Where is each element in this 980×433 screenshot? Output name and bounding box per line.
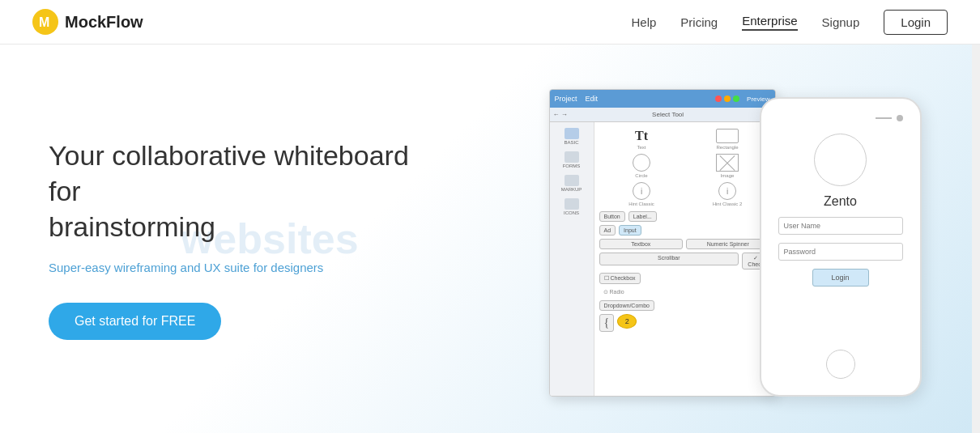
button-row-7: Dropdown/Combo [599,300,770,311]
phone-app-name: Zento [824,194,857,209]
input-element[interactable]: Input [619,225,641,236]
phone-home-button[interactable] [826,350,855,379]
text-element[interactable]: Tt Text [601,129,683,150]
app-body: BASIC FORMS MARKUP ICONS [550,122,775,396]
label2-element[interactable]: 2 [617,314,637,329]
forms-icon [565,151,579,163]
nav-help[interactable]: Help [631,15,656,29]
min-dot [724,96,731,102]
app-window: Project Edit Preview ← → Select Tool ▾ [549,89,776,397]
ad-element[interactable]: Ad [599,225,616,236]
panel-buttons: Button Label... Ad Input Textbox Numeric… [599,211,770,332]
checkbox-element[interactable]: ☐ Checkbox [599,273,641,284]
toolbar-arrows: ← → [553,111,568,118]
logo-icon: M [32,9,58,35]
close-dot [715,96,722,102]
button-row-4: Scrollbar ✓ Check [599,253,770,270]
button-row-5: ☐ Checkbox [599,273,770,284]
icons-icon [565,198,579,210]
hero-left: websites Your collaborative whiteboard f… [0,45,490,433]
circle-element[interactable]: Circle [601,154,683,178]
max-dot [733,96,739,102]
sidebar-forms[interactable]: FORMS [552,149,592,171]
hint1-element[interactable]: i Hint Classic [601,182,683,206]
toolbar-center: Select Tool [571,111,765,118]
hero-subtitle: Super-easy wireframing and UX suite for … [49,261,441,274]
phone-avatar [814,134,867,186]
radio-label: ⊙ Radio [599,287,628,297]
phone-mockup: Zento Login [760,97,922,397]
markup-icon [565,175,579,186]
nav-signup[interactable]: Signup [822,15,860,29]
svg-text:M: M [39,15,49,29]
phone-top [876,115,907,121]
nav-pricing[interactable]: Pricing [680,15,718,29]
scrollbar-element[interactable]: Scrollbar [599,253,739,265]
hero-right: Project Edit Preview ← → Select Tool ▾ [490,45,980,433]
hero-title: Your collaborative whiteboard for brains… [49,138,441,245]
titlebar-controls: Preview [715,96,769,103]
nav-enterprise[interactable]: Enterprise [742,14,797,31]
header: M MockFlow Help Pricing Enterprise Signu… [0,0,980,45]
numeric-element[interactable]: Numeric Spinner [686,239,770,249]
phone-content: Zento Login [774,129,907,291]
button-element[interactable]: Button [599,211,625,222]
app-titlebar: Project Edit Preview [550,90,775,108]
image-element[interactable]: Image [687,154,769,178]
hint2-element[interactable]: i Hint Classic 2 [687,182,769,206]
logo[interactable]: M MockFlow [32,9,143,35]
app-main-panel: Tt Text Rectangle Circle [594,122,775,396]
phone-login-button[interactable]: Login [812,269,869,287]
label-element[interactable]: Label... [628,211,657,222]
logo-text: MockFlow [65,13,143,32]
app-toolbar: ← → Select Tool ▾ [550,108,775,122]
button-row-3: Textbox Numeric Spinner [599,239,770,249]
sidebar-basic[interactable]: BASIC [552,125,592,147]
sidebar-markup[interactable]: MARKUP [552,172,592,194]
phone-username-input[interactable] [778,217,903,235]
main-nav: Help Pricing Enterprise Signup Login [631,10,948,35]
elements-grid: Tt Text Rectangle Circle [599,127,770,208]
main-content: websites Your collaborative whiteboard f… [0,45,980,433]
phone-camera [897,115,903,121]
cta-button[interactable]: Get started for FREE [49,303,221,340]
button-row-2: Ad Input [599,225,770,236]
button-row-6: ⊙ Radio [599,287,770,297]
login-button[interactable]: Login [884,10,948,35]
app-sidebar: BASIC FORMS MARKUP ICONS [550,122,594,396]
textbox-element[interactable]: Textbox [599,239,684,249]
mockup-container: Project Edit Preview ← → Select Tool ▾ [549,89,922,405]
button-row-8: { 2 [599,314,770,332]
rect-element[interactable]: Rectangle [687,129,769,150]
basic-icon [565,128,579,139]
sidebar-icons[interactable]: ICONS [552,196,592,218]
titlebar-labels: Project Edit [555,95,713,103]
phone-speaker [876,117,892,119]
phone-password-input[interactable] [778,243,903,261]
button-row-1: Button Label... [599,211,770,222]
dropdown-element[interactable]: Dropdown/Combo [599,300,654,311]
bracket-element[interactable]: { [599,314,615,332]
